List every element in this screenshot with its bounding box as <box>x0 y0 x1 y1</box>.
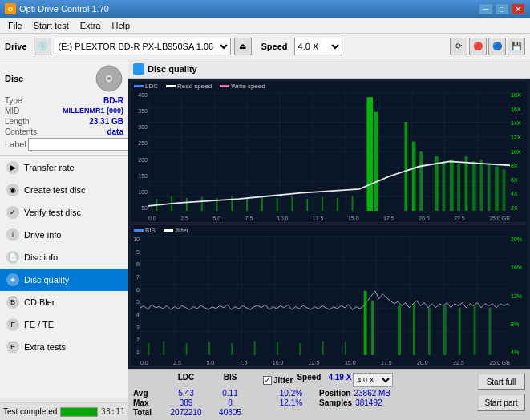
max-ldc: 389 <box>162 398 210 407</box>
svg-rect-33 <box>140 236 510 355</box>
action-btn-save[interactable]: 💾 <box>508 38 525 55</box>
bottom-chart-y-left: 10987654321 <box>131 236 140 355</box>
legend-ldc: LDC <box>134 83 158 90</box>
svg-rect-21 <box>186 198 188 211</box>
svg-rect-7 <box>412 142 416 211</box>
type-value: BD-R <box>103 96 123 105</box>
menu-extra[interactable]: Extra <box>75 19 106 32</box>
svg-rect-11 <box>450 160 454 211</box>
test-status-label: Test completed <box>3 407 57 416</box>
bottom-chart-svg <box>140 236 510 355</box>
maximize-button[interactable]: □ <box>495 3 509 14</box>
time-display: 33:11 <box>101 407 125 416</box>
minimize-button[interactable]: ─ <box>479 3 493 14</box>
sidebar: Disc Type BD-R <box>0 59 128 420</box>
action-btn-3[interactable]: 🔵 <box>488 38 506 55</box>
svg-rect-3 <box>148 92 510 211</box>
svg-rect-37 <box>413 304 415 355</box>
disc-panel: Disc Type BD-R <box>0 59 128 156</box>
samples-label: Samples <box>319 398 352 407</box>
drive-select[interactable]: (E:) PLEXTOR BD-R PX-LB950SA 1.06 <box>55 38 231 55</box>
start-full-button[interactable]: Start full <box>477 373 525 390</box>
nav-disc-info[interactable]: 📄 Disc info <box>0 246 128 269</box>
nav-label-cd-bler: CD Bler <box>24 297 55 307</box>
nav-label-fe-te: FE / TE <box>24 320 54 329</box>
menu-start-test[interactable]: Start test <box>29 19 74 32</box>
svg-rect-51 <box>322 341 324 355</box>
stats-bar: LDC BIS ✓ Jitter Speed 4.19 X 4.0 X <box>128 369 530 420</box>
svg-rect-17 <box>495 167 499 212</box>
type-label: Type <box>5 96 22 105</box>
app-title: Opti Drive Control 1.70 <box>19 4 109 14</box>
nav-extra-tests[interactable]: E Extra tests <box>0 336 128 358</box>
nav-cd-bler[interactable]: B CD Bler <box>0 291 128 313</box>
top-chart-y-left: 40035030025020015010050 <box>131 92 148 211</box>
label-label: Label <box>5 139 26 149</box>
svg-rect-36 <box>398 305 401 355</box>
label-input[interactable] <box>28 138 128 151</box>
contents-label: Contents <box>5 127 37 136</box>
svg-rect-16 <box>488 164 491 211</box>
drive-info-icon: i <box>6 228 19 241</box>
svg-rect-50 <box>299 343 301 355</box>
jitter-color <box>164 229 173 232</box>
avg-label: Avg <box>133 389 162 398</box>
svg-rect-43 <box>148 343 149 355</box>
content-title: Disc quality <box>148 64 197 74</box>
svg-rect-44 <box>163 341 164 355</box>
menu-file[interactable]: File <box>3 19 27 32</box>
svg-rect-28 <box>292 196 293 212</box>
ldc-color <box>134 85 144 87</box>
max-label: Max <box>133 398 162 407</box>
disc-quality-header-icon <box>133 63 144 75</box>
nav-label-transfer-rate: Transfer rate <box>24 163 75 172</box>
svg-rect-41 <box>474 305 476 355</box>
total-label: Total <box>133 408 162 417</box>
top-chart-legend: LDC Read speed Write speed <box>134 83 265 90</box>
nav-transfer-rate[interactable]: ▶ Transfer rate <box>0 156 128 179</box>
svg-rect-45 <box>186 343 188 355</box>
top-chart-y-right: 18X16X14X12X10X8X6X4X2X <box>510 92 528 211</box>
svg-rect-47 <box>231 343 233 355</box>
svg-rect-15 <box>479 160 483 211</box>
max-bis: 8 <box>210 398 250 407</box>
disc-title: Disc <box>5 74 23 83</box>
svg-rect-32 <box>352 196 354 212</box>
sidebar-bottom-status: Test completed 33:11 <box>0 402 128 420</box>
eject-button[interactable]: ⏏ <box>234 38 252 55</box>
write-speed-label: Write speed <box>231 83 265 90</box>
jitter-checkbox[interactable]: ✓ <box>263 376 272 385</box>
top-chart: LDC Read speed Write speed 4003 <box>130 80 528 223</box>
legend-bis: BIS <box>134 227 156 234</box>
svg-rect-46 <box>208 342 210 355</box>
position-label: Position <box>319 389 350 398</box>
svg-point-2 <box>107 77 111 80</box>
legend-jitter: Jitter <box>164 227 188 234</box>
speed-select-stats[interactable]: 4.0 X <box>353 373 393 387</box>
nav-drive-info[interactable]: i Drive info <box>0 224 128 246</box>
svg-rect-29 <box>306 199 308 211</box>
bottom-chart-legend: BIS Jitter <box>134 227 188 234</box>
svg-rect-39 <box>443 305 447 355</box>
svg-rect-18 <box>503 169 506 211</box>
start-part-button[interactable]: Start part <box>477 394 525 411</box>
nav-disc-quality[interactable]: ★ Disc quality <box>0 269 128 291</box>
action-btn-1[interactable]: ⟳ <box>450 38 467 55</box>
drive-icon-btn[interactable]: 💿 <box>34 38 51 55</box>
verify-test-disc-icon: ✓ <box>6 206 19 219</box>
nav-fe-te[interactable]: F FE / TE <box>0 313 128 336</box>
close-button[interactable]: ✕ <box>511 3 525 14</box>
speed-select-top[interactable]: 4.0 X <box>294 38 342 55</box>
svg-rect-52 <box>345 342 346 355</box>
menubar: File Start test Extra Help <box>0 18 530 34</box>
total-ldc: 2072210 <box>162 408 210 417</box>
nav-verify-test-disc[interactable]: ✓ Verify test disc <box>0 201 128 224</box>
svg-rect-22 <box>201 197 203 211</box>
menu-help[interactable]: Help <box>107 19 135 32</box>
nav-create-test-disc[interactable]: ◉ Create test disc <box>0 179 128 201</box>
bottom-chart: BIS Jitter 10987654321 20%16%12%8%4% <box>130 224 528 367</box>
action-btn-2[interactable]: 🔴 <box>469 38 487 55</box>
svg-rect-27 <box>277 198 278 211</box>
speed-val-display: 4.19 X <box>328 373 351 387</box>
nav-label-disc-info: Disc info <box>24 252 58 262</box>
